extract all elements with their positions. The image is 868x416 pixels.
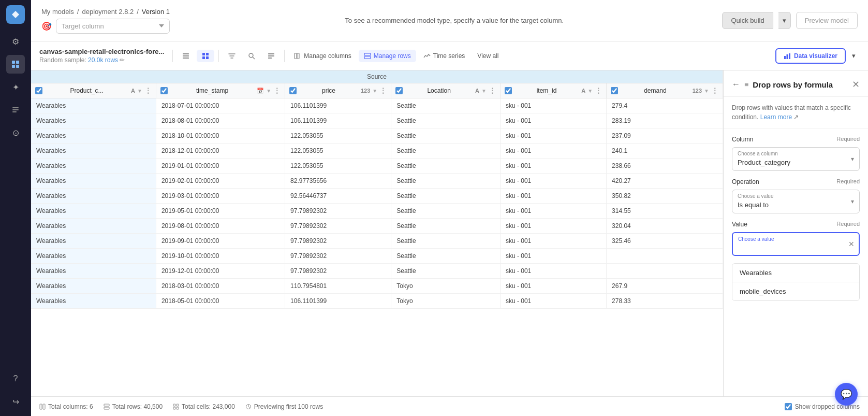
toolbar: canvas-sample-retail-electronics-fore...… (31, 41, 868, 70)
col-checkbox-product[interactable] (35, 87, 42, 94)
panel-operation-placeholder: Choose a value (732, 191, 859, 199)
panel-close-button[interactable]: ✕ (852, 79, 860, 90)
table-cell: 82.97735656 (285, 174, 391, 189)
sidebar-icon-models[interactable] (6, 55, 25, 74)
toolbar-more-button[interactable]: ▾ (848, 49, 860, 62)
table-cell: Wearables (31, 234, 156, 249)
target-column-select[interactable]: Target column (56, 19, 170, 34)
col-checkbox-itemid[interactable] (505, 87, 512, 94)
table-cell: 122.053055 (285, 144, 391, 159)
table-cell: sku - 001 (500, 219, 606, 234)
col-sort-price[interactable]: ▼ (372, 88, 377, 94)
dataset-name: canvas-sample-retail-electronics-fore... (39, 48, 164, 55)
table-cell: Seattle (391, 264, 501, 279)
table-cell: sku - 001 (500, 294, 606, 309)
svg-rect-13 (206, 56, 209, 59)
table-header-row: Product_c... A ▼ ⋮ time_stamp (31, 83, 723, 98)
app-logo[interactable] (6, 5, 25, 24)
topbar-right: Quick build ▾ Preview model (722, 12, 858, 29)
time-series-icon (423, 52, 431, 60)
col-checkbox-price[interactable] (289, 87, 297, 94)
table-cell: 97.79892302 (285, 264, 391, 279)
dropdown-options-list: Wearables mobile_devices (732, 263, 860, 301)
filter-button[interactable] (223, 50, 241, 62)
data-visualizer-button[interactable]: Data visualizer (775, 48, 846, 64)
col-sort-product[interactable]: ▼ (137, 88, 142, 94)
dropdown-option-mobile[interactable]: mobile_devices (732, 282, 859, 300)
sidebar-icon-help[interactable]: ? (6, 369, 25, 388)
panel-back-button[interactable]: ← (732, 80, 740, 89)
quick-build-button[interactable]: Quick build (722, 12, 773, 29)
col-more-price[interactable]: ⋮ (379, 87, 387, 95)
breadcrumb-version: Version 1 (142, 8, 170, 16)
svg-rect-20 (297, 53, 299, 59)
search-button[interactable] (243, 50, 260, 62)
col-more-timestamp[interactable]: ⋮ (273, 87, 281, 95)
sidebar-icon-list[interactable] (6, 101, 25, 119)
col-type-product: A (131, 88, 135, 94)
col-more-itemid[interactable]: ⋮ (595, 87, 602, 95)
col-more-demand[interactable]: ⋮ (711, 87, 718, 95)
status-preview-icon (245, 404, 252, 410)
table-wrapper[interactable]: Source Product_c... A ▼ ⋮ (31, 70, 723, 396)
show-dropped-checkbox[interactable] (785, 403, 792, 410)
panel-title-icon: ≡ (744, 80, 748, 89)
table-cell: Seattle (391, 113, 501, 128)
col-sort-demand[interactable]: ▼ (704, 88, 709, 94)
learn-more-link[interactable]: Learn more (760, 113, 792, 121)
col-checkbox-timestamp[interactable] (160, 87, 168, 94)
value-input[interactable] (733, 242, 859, 254)
col-more-product[interactable]: ⋮ (144, 87, 152, 95)
table-cell: 110.7954801 (285, 279, 391, 294)
table-cell: Wearables (31, 128, 156, 144)
toolbar-divider-1 (172, 50, 173, 62)
dropdown-option-wearables[interactable]: Wearables (732, 264, 859, 282)
grid-view-button[interactable] (197, 50, 214, 62)
table-row: Wearables2019-05-01 00:00:0097.79892302S… (31, 204, 723, 219)
col-label-product: Product_c... (45, 87, 129, 94)
quick-build-arrow-button[interactable]: ▾ (778, 12, 791, 29)
panel-column-select[interactable]: Product_category (732, 156, 859, 169)
svg-rect-25 (789, 53, 790, 59)
col-sort-location[interactable]: ▼ (481, 88, 487, 94)
breadcrumb-deployment[interactable]: deployment 2.8.2 (82, 8, 134, 16)
col-checkbox-demand[interactable] (611, 87, 618, 94)
table-cell: Seattle (391, 174, 501, 189)
sidebar-icon-logout[interactable]: ↪ (6, 392, 25, 411)
manage-columns-button[interactable]: Manage columns (289, 50, 356, 62)
panel-column-select-wrapper: Choose a column Product_category ▾ (732, 147, 860, 171)
col-checkbox-location[interactable] (395, 87, 403, 94)
preview-model-button[interactable]: Preview model (796, 12, 858, 29)
table-cell: Tokyo (391, 294, 501, 309)
breadcrumb-sep1: / (77, 8, 79, 16)
value-clear-button[interactable]: ✕ (848, 240, 855, 248)
table-row: Wearables2019-09-01 00:00:0097.79892302S… (31, 234, 723, 249)
table-cell: 2019-12-01 00:00:00 (156, 264, 285, 279)
table-cell: 97.79892302 (285, 249, 391, 264)
time-series-button[interactable]: Time series (418, 50, 470, 62)
columns-list-button[interactable] (262, 50, 280, 62)
sidebar-icon-experiments[interactable]: ✦ (6, 78, 25, 96)
panel-value-required: Required (836, 221, 860, 228)
status-previewing: Previewing first 100 rows (245, 403, 323, 410)
table-cell: 106.1101399 (285, 98, 391, 113)
breadcrumb-models[interactable]: My models (41, 8, 74, 16)
manage-rows-button[interactable]: Manage rows (359, 50, 416, 62)
table-cell: Wearables (31, 294, 156, 309)
svg-rect-29 (104, 407, 109, 409)
sidebar-icon-toggle[interactable]: ⊙ (6, 123, 25, 142)
chat-button[interactable]: 💬 (835, 383, 858, 406)
svg-rect-16 (268, 53, 274, 54)
col-sort-timestamp[interactable]: ▼ (266, 88, 271, 94)
edit-icon[interactable]: ✏ (120, 56, 125, 64)
table-cell: sku - 001 (500, 234, 606, 249)
view-all-button[interactable]: View all (472, 50, 504, 62)
col-sort-itemid[interactable]: ▼ (587, 88, 593, 94)
svg-rect-22 (364, 56, 371, 59)
sidebar-icon-settings[interactable]: ⚙ (6, 32, 25, 51)
list-view-button[interactable] (177, 50, 195, 62)
col-more-location[interactable]: ⋮ (489, 87, 496, 95)
col-header-product: Product_c... A ▼ ⋮ (31, 83, 156, 98)
panel-operation-select[interactable]: Is equal to (732, 199, 859, 212)
table-cell: 237.09 (607, 128, 723, 144)
